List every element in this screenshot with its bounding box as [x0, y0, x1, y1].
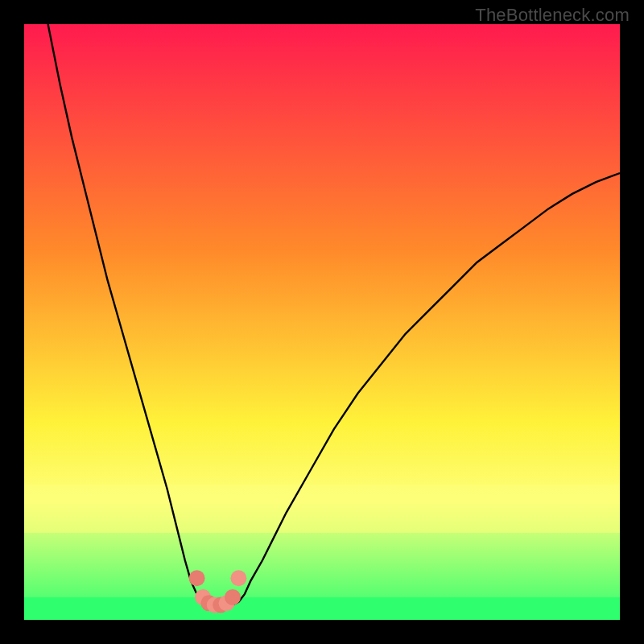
chart-frame: TheBottleneck.com	[0, 0, 644, 644]
valley-marker	[189, 570, 205, 586]
watermark-text: TheBottleneck.com	[475, 5, 630, 26]
pale-band	[24, 485, 620, 533]
valley-marker	[230, 570, 246, 586]
chart-svg	[24, 24, 620, 620]
plot-area	[24, 24, 620, 620]
green-floor	[24, 597, 620, 620]
valley-marker	[225, 589, 241, 605]
